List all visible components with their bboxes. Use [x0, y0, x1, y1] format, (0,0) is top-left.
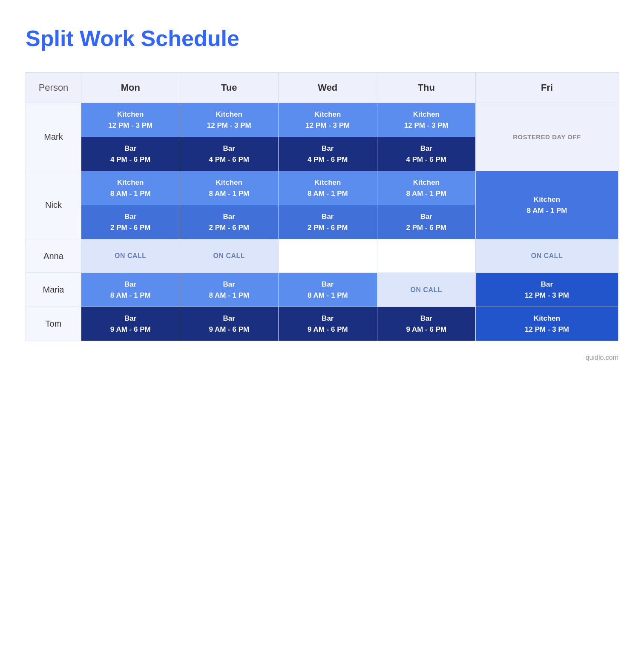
cell-nick-fri: Kitchen8 AM - 1 PM	[476, 171, 618, 239]
cell-nick-wed: Kitchen8 AM - 1 PMBar2 PM - 6 PM	[279, 171, 377, 239]
cell-anna-wed	[279, 239, 377, 273]
col-header-person: Person	[26, 73, 81, 103]
cell-tom-fri: Kitchen12 PM - 3 PM	[476, 307, 618, 341]
cell-tom-wed: Bar9 AM - 6 PM	[279, 307, 377, 341]
cell-maria-tue: Bar8 AM - 1 PM	[180, 273, 279, 307]
oncall-cell: ON CALL	[180, 239, 279, 273]
cell-anna-thu	[377, 239, 476, 273]
page-title: Split Work Schedule	[26, 26, 239, 51]
cell-mark-wed: Kitchen12 PM - 3 PMBar4 PM - 6 PM	[279, 103, 377, 171]
person-name: Mark	[26, 103, 81, 171]
person-name: Nick	[26, 171, 81, 239]
table-header-row: Person Mon Tue Wed Thu Fri	[26, 73, 618, 103]
cell-nick-thu: Kitchen8 AM - 1 PMBar2 PM - 6 PM	[377, 171, 476, 239]
person-name: Anna	[26, 239, 81, 273]
cell-tom-thu: Bar9 AM - 6 PM	[377, 307, 476, 341]
oncall-cell: ON CALL	[476, 239, 618, 273]
oncall-cell: ON CALL	[81, 239, 180, 273]
person-name: Maria	[26, 273, 81, 307]
cell-tom-tue: Bar9 AM - 6 PM	[180, 307, 279, 341]
table-row: NickKitchen8 AM - 1 PMBar2 PM - 6 PMKitc…	[26, 171, 618, 239]
cell-nick-tue: Kitchen8 AM - 1 PMBar2 PM - 6 PM	[180, 171, 279, 239]
cell-maria-wed: Bar8 AM - 1 PM	[279, 273, 377, 307]
col-header-wed: Wed	[279, 73, 377, 103]
person-name: Tom	[26, 307, 81, 341]
col-header-tue: Tue	[180, 73, 279, 103]
cell-nick-mon: Kitchen8 AM - 1 PMBar2 PM - 6 PM	[81, 171, 180, 239]
cell-maria-fri: Bar12 PM - 3 PM	[476, 273, 618, 307]
col-header-thu: Thu	[377, 73, 476, 103]
cell-maria-mon: Bar8 AM - 1 PM	[81, 273, 180, 307]
cell-mark-mon: Kitchen12 PM - 3 PMBar4 PM - 6 PM	[81, 103, 180, 171]
cell-mark-thu: Kitchen12 PM - 3 PMBar4 PM - 6 PM	[377, 103, 476, 171]
col-header-mon: Mon	[81, 73, 180, 103]
schedule-table: Person Mon Tue Wed Thu Fri MarkKitchen12…	[26, 72, 618, 341]
table-row: MariaBar8 AM - 1 PMBar8 AM - 1 PMBar8 AM…	[26, 273, 618, 307]
table-row: TomBar9 AM - 6 PMBar9 AM - 6 PMBar9 AM -…	[26, 307, 618, 341]
oncall-cell: ON CALL	[377, 273, 476, 307]
cell-mark-fri: ROSTERED DAY OFF	[476, 103, 618, 171]
cell-mark-tue: Kitchen12 PM - 3 PMBar4 PM - 6 PM	[180, 103, 279, 171]
table-row: AnnaON CALLON CALLON CALL	[26, 239, 618, 273]
cell-tom-mon: Bar9 AM - 6 PM	[81, 307, 180, 341]
footer-text: quidlo.com	[586, 354, 618, 362]
col-header-fri: Fri	[476, 73, 618, 103]
table-row: MarkKitchen12 PM - 3 PMBar4 PM - 6 PMKit…	[26, 103, 618, 171]
